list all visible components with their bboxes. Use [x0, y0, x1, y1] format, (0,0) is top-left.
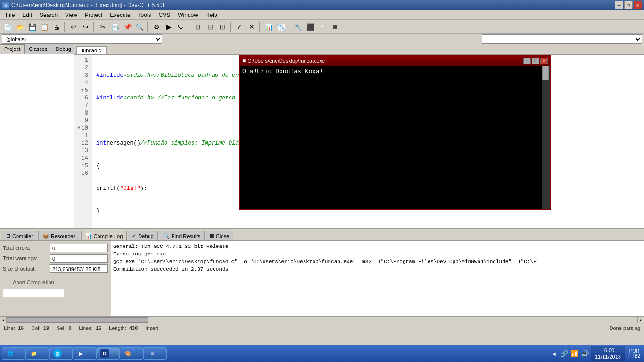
compiler-icon: ⊞	[6, 233, 10, 239]
menu-search[interactable]: Search	[36, 11, 61, 19]
menu-view[interactable]: View	[61, 11, 81, 19]
tab-debug[interactable]: Debug	[51, 44, 75, 54]
menu-execute[interactable]: Execute	[106, 11, 134, 19]
taskbar-explorer[interactable]: 📁	[25, 347, 49, 360]
tab-project[interactable]: Project	[0, 44, 25, 54]
tb-open[interactable]: 📂	[14, 21, 25, 33]
toolbar-sep-7	[289, 22, 290, 32]
tab-compiler[interactable]: ⊞ Compiler	[2, 231, 37, 240]
tb-check[interactable]: ✓	[234, 21, 245, 33]
abort-compilation-button[interactable]: Abort Compilation	[3, 277, 64, 287]
editor-area: funcao.c 1 2 3 4 ▼5 6 7 8 9 ▼10 11 12	[74, 44, 644, 228]
tray-signal[interactable]: 📶	[570, 349, 579, 358]
tb-grid3[interactable]: ⊡	[217, 21, 228, 33]
scroll-left[interactable]: ◂	[0, 317, 7, 323]
tab-close[interactable]: ⊠ Close	[206, 231, 233, 240]
tb-cross[interactable]: ✕	[246, 21, 257, 33]
ln-12: 12	[76, 140, 90, 147]
tb-redo[interactable]: ↪	[80, 21, 91, 33]
lang-indicator[interactable]: POR PTB2	[627, 348, 642, 359]
tb-saveall[interactable]: 📋	[39, 21, 50, 33]
menu-tools[interactable]: Tools	[134, 11, 155, 19]
menu-window[interactable]: Window	[174, 11, 202, 19]
tb-misc2[interactable]: ⬛	[305, 21, 316, 33]
ie-icon: 🌐	[6, 349, 15, 358]
console-controls: ─ □ ✕	[523, 58, 548, 64]
taskbar: 🌐 📁 S ▶ D 🎨 🖥 ◀ 🔗 📶 🔊 16:00 11/11/2013 P…	[0, 345, 644, 362]
scope-dropdown[interactable]	[482, 34, 642, 44]
tb-run[interactable]: ▶	[163, 21, 174, 33]
tb-paste[interactable]: 📌	[122, 21, 133, 33]
title-bar-left: ⚙ C:\Users\eric\Desktop\funcao.c - [Exec…	[2, 1, 164, 9]
ln-7: 7	[76, 102, 90, 109]
log-line-3: gcc.exe "C:\Users\eric\Desktop\funcao.c"…	[113, 258, 642, 265]
console-minimize[interactable]: ─	[523, 58, 531, 64]
size-label: Size of output:	[3, 266, 50, 272]
menu-project[interactable]: Project	[81, 11, 106, 19]
tb-new[interactable]: 📄	[2, 21, 13, 33]
toolbar-sep-3	[147, 22, 149, 32]
toolbar-sep-6	[259, 22, 261, 32]
tb-copy[interactable]: 📑	[109, 21, 121, 33]
ln-5: ▼5	[76, 87, 90, 94]
tb-grid1[interactable]: ⊞	[192, 21, 204, 33]
tb-misc4[interactable]: ◾	[329, 21, 340, 33]
ln-8: 8	[76, 109, 90, 117]
tab-debug-bottom[interactable]: ✓ Debug	[128, 231, 157, 240]
scroll-track[interactable]	[7, 317, 637, 323]
tb-print[interactable]: 🖨	[51, 21, 62, 33]
scroll-right[interactable]: ▸	[637, 317, 644, 323]
taskbar-devcpp[interactable]: D	[96, 347, 120, 360]
taskbar-desktop[interactable]: 🖥	[143, 347, 167, 360]
tb-misc1[interactable]: 🔧	[292, 21, 304, 33]
tray-arrow[interactable]: ◀	[550, 349, 558, 358]
console-scrollbar[interactable]	[542, 66, 550, 209]
tb-cut[interactable]: ✂	[97, 21, 108, 33]
taskbar-skype[interactable]: S	[49, 347, 73, 360]
left-panel: Project Classes Debug	[0, 44, 74, 228]
tb-find[interactable]: 🔍	[134, 21, 145, 33]
taskbar-media[interactable]: ▶	[73, 347, 96, 360]
bottom-content: Total errors: 0 Total warnings: 0 Size o…	[0, 241, 644, 316]
tab-findresults[interactable]: 🔍 Find Results	[159, 231, 205, 240]
tray-volume[interactable]: 🔊	[581, 349, 589, 358]
toolbar: 📄 📂 💾 📋 🖨 ↩ ↪ ✂ 📑 📌 🔍 ⚙ ▶ 🛡 ⊞ ⊟ ⊡ ✓ ✕ 📊 …	[0, 20, 644, 34]
tb-compile[interactable]: ⚙	[151, 21, 162, 33]
tb-debug[interactable]: 🛡	[175, 21, 187, 33]
menu-cvs[interactable]: CVS	[155, 11, 174, 19]
warnings-label: Total warnings:	[3, 255, 50, 261]
maximize-button[interactable]: □	[624, 1, 633, 9]
window-title: C:\Users\eric\Desktop\funcao.c - [Execut…	[11, 2, 164, 8]
scroll-thumb[interactable]	[7, 317, 148, 323]
tab-classes[interactable]: Classes	[25, 44, 51, 54]
tab-compilelog[interactable]: 📊 Compile Log	[81, 231, 127, 240]
debug-icon: ✓	[132, 233, 136, 239]
menu-file[interactable]: File	[2, 11, 18, 19]
log-scrollbar[interactable]: ◂ ▸	[0, 316, 644, 323]
file-tab-funcao[interactable]: funcao.c	[76, 46, 107, 54]
taskbar-ie[interactable]: 🌐	[2, 347, 25, 360]
tab-resources[interactable]: 📦 Resources	[38, 231, 80, 240]
menu-help[interactable]: Help	[202, 11, 221, 19]
console-close[interactable]: ✕	[540, 58, 548, 64]
tb-save[interactable]: 💾	[26, 21, 38, 33]
resources-icon: 📦	[42, 233, 49, 239]
tb-chart2[interactable]: 📉	[275, 21, 287, 33]
left-tabs: Project Classes Debug	[0, 44, 74, 54]
tb-grid2[interactable]: ⊟	[205, 21, 216, 33]
tb-misc3[interactable]: ◽	[317, 21, 328, 33]
minimize-button[interactable]: ─	[615, 1, 623, 9]
taskbar-paint[interactable]: 🎨	[120, 347, 143, 360]
close-button[interactable]: ✕	[634, 1, 642, 9]
globals-dropdown[interactable]: (globals)	[2, 34, 162, 44]
tb-undo[interactable]: ↩	[68, 21, 79, 33]
console-maximize[interactable]: □	[532, 58, 539, 64]
tb-chart[interactable]: 📊	[263, 21, 274, 33]
clock[interactable]: 16:00 11/11/2013	[591, 346, 625, 361]
menu-edit[interactable]: Edit	[18, 11, 36, 19]
lang-label: POR	[628, 348, 640, 354]
ln-11: 11	[76, 132, 90, 140]
main-content: Project Classes Debug funcao.c 1 2 3 4 ▼…	[0, 44, 644, 228]
console-window: ■ C:\Users\eric\Desktop\funcao.exe ─ □ ✕…	[239, 55, 551, 210]
tray-network[interactable]: 🔗	[560, 349, 569, 358]
